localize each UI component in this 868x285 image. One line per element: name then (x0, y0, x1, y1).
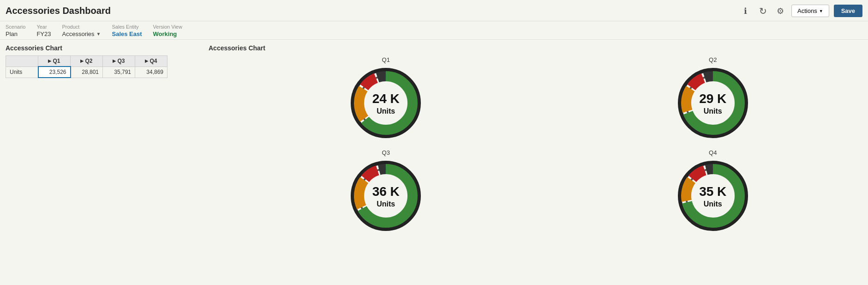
units-label: Units (6, 67, 38, 78)
product-filter[interactable]: Product Accessories ▼ (62, 24, 101, 37)
units-q2[interactable]: 28,801 (71, 67, 103, 78)
scenario-value: Plan (6, 30, 25, 37)
donut-center-q1: 24 K Units (372, 91, 400, 115)
donut-wrapper-q4: 35 K Units (676, 159, 750, 233)
product-value: Accessories (62, 30, 95, 37)
refresh-button[interactable]: ↻ (756, 5, 769, 18)
donut-unit-q2: Units (699, 106, 726, 115)
donut-value-q4: 35 K (699, 184, 726, 200)
page-title: Accessories Dashboard (6, 6, 111, 16)
donut-wrapper-q1: 24 K Units (349, 66, 423, 140)
actions-label: Actions (797, 7, 817, 14)
product-dropdown[interactable]: Accessories ▼ (62, 30, 101, 37)
quarter-label-q4: Q4 (709, 149, 717, 156)
sales-entity-value[interactable]: Sales East (112, 30, 142, 37)
product-label: Product (62, 24, 101, 30)
q1-expand-icon[interactable]: ▶ (48, 59, 51, 63)
donut-center-q2: 29 K Units (699, 91, 726, 115)
q4-label: Q4 (150, 58, 157, 64)
units-q3[interactable]: 35,791 (103, 67, 135, 78)
units-q4[interactable]: 34,869 (135, 67, 168, 78)
table-row: Units 23,526 28,801 35,791 34,869 (6, 67, 168, 78)
info-button[interactable]: ℹ (739, 5, 752, 18)
sales-entity-filter[interactable]: Sales Entity Sales East (112, 24, 142, 37)
donut-chart-q3: Q3 36 K Units (236, 149, 536, 233)
donut-unit-q4: Units (699, 199, 726, 208)
product-dropdown-icon[interactable]: ▼ (96, 31, 101, 36)
year-filter: Year FY23 (36, 24, 51, 37)
actions-dropdown-icon: ▼ (819, 9, 823, 13)
q3-label: Q3 (117, 58, 125, 64)
right-chart-title: Accessories Chart (209, 44, 862, 52)
left-chart-title: Accessories Chart (6, 44, 199, 52)
table-header-q1: ▶ Q1 (38, 56, 71, 67)
version-filter[interactable]: Version View Working (153, 24, 182, 37)
scenario-filter: Scenario Plan (6, 24, 25, 37)
donut-unit-q3: Units (372, 199, 400, 208)
donut-value-q2: 29 K (699, 91, 726, 107)
q2-label: Q2 (85, 58, 92, 64)
donut-unit-q1: Units (372, 106, 400, 115)
accessories-table: ▶ Q1 ▶ Q2 ▶ Q3 (6, 55, 168, 78)
year-value: FY23 (36, 30, 51, 37)
q1-label: Q1 (53, 58, 60, 64)
version-value[interactable]: Working (153, 30, 182, 37)
sales-entity-label: Sales Entity (112, 24, 142, 30)
refresh-icon: ↻ (759, 6, 767, 17)
main-content: Accessories Chart ▶ Q1 ▶ Q2 (0, 40, 868, 284)
donut-chart-q4: Q4 35 K Units (563, 149, 863, 233)
table-header-empty (6, 56, 38, 67)
units-q1[interactable]: 23,526 (38, 67, 71, 78)
year-label: Year (36, 24, 51, 30)
donut-center-q3: 36 K Units (372, 184, 400, 208)
donut-value-q1: 24 K (372, 91, 400, 107)
donut-center-q4: 35 K Units (699, 184, 726, 208)
quarter-label-q1: Q1 (382, 56, 390, 63)
donut-value-q3: 36 K (372, 184, 400, 200)
header-actions: ℹ ↻ ⚙ Actions ▼ Save (739, 5, 862, 18)
settings-icon: ⚙ (777, 6, 784, 16)
header: Accessories Dashboard ℹ ↻ ⚙ Actions ▼ Sa… (0, 0, 868, 21)
table-header-q4: ▶ Q4 (135, 56, 168, 67)
table-header-q3: ▶ Q3 (103, 56, 135, 67)
donut-chart-q1: Q1 24 K Units (236, 56, 536, 140)
table-header-q2: ▶ Q2 (71, 56, 103, 67)
left-panel: Accessories Chart ▶ Q1 ▶ Q2 (6, 44, 199, 279)
scenario-label: Scenario (6, 24, 25, 30)
version-label: Version View (153, 24, 182, 30)
donut-wrapper-q3: 36 K Units (349, 159, 423, 233)
quarter-label-q2: Q2 (709, 56, 717, 63)
donut-charts-grid: Q1 24 K Units Q2 29 K Units (209, 56, 862, 233)
info-icon: ℹ (744, 6, 747, 16)
q4-expand-icon[interactable]: ▶ (145, 59, 148, 63)
q3-expand-icon[interactable]: ▶ (113, 59, 116, 63)
quarter-label-q3: Q3 (382, 149, 390, 156)
donut-wrapper-q2: 29 K Units (676, 66, 750, 140)
save-button[interactable]: Save (834, 5, 862, 17)
settings-button[interactable]: ⚙ (774, 5, 787, 18)
filters-row: Scenario Plan Year FY23 Product Accessor… (0, 21, 868, 40)
actions-button[interactable]: Actions ▼ (791, 5, 829, 17)
donut-chart-q2: Q2 29 K Units (563, 56, 863, 140)
q2-expand-icon[interactable]: ▶ (80, 59, 84, 63)
right-panel: Accessories Chart Q1 24 K Units Q2 29 (199, 44, 862, 279)
